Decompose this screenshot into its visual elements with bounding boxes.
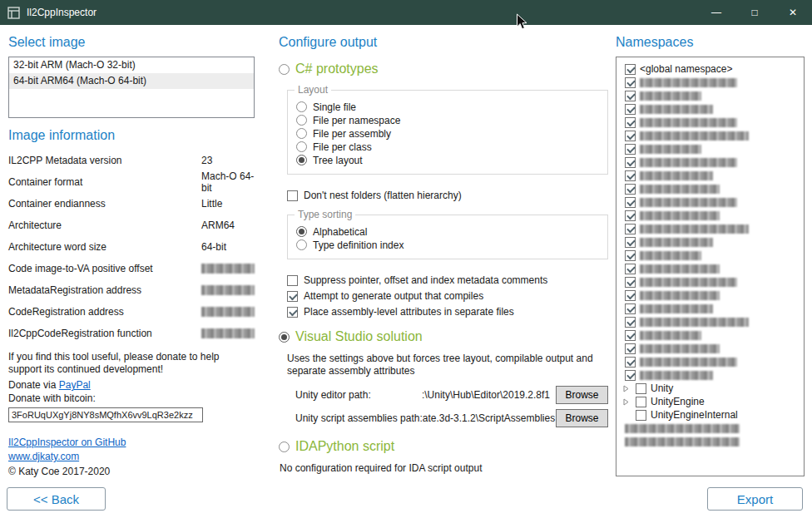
namespace-row[interactable] xyxy=(621,249,800,262)
checkbox[interactable] xyxy=(625,370,636,381)
layout-option-row[interactable]: Tree layout xyxy=(296,154,599,166)
checkbox[interactable] xyxy=(625,264,636,274)
checkbox[interactable] xyxy=(625,303,636,314)
namespace-row[interactable]: Unity xyxy=(621,382,800,395)
namespace-row[interactable] xyxy=(621,435,800,448)
image-listbox[interactable]: 32-bit ARM (Mach-O 32-bit) 64-bit ARM64 … xyxy=(8,57,255,118)
paypal-link[interactable]: PayPal xyxy=(59,379,91,391)
back-button[interactable]: << Back xyxy=(7,487,106,511)
checkbox[interactable] xyxy=(625,131,636,141)
checkbox[interactable] xyxy=(625,277,636,288)
checkbox[interactable] xyxy=(625,330,636,341)
export-button[interactable]: Export xyxy=(707,487,803,511)
namespace-row[interactable] xyxy=(621,116,800,129)
namespace-row[interactable]: UnityEngine xyxy=(621,395,800,408)
ida-radio-row[interactable]: IDAPython script xyxy=(279,439,608,454)
unity-editor-path-value[interactable]: :\Unity\Hub\Editor\2019.2.8f1 xyxy=(371,389,556,401)
radio-button[interactable] xyxy=(296,101,307,112)
namespace-row[interactable] xyxy=(621,235,800,249)
vs-solution-radio-row[interactable]: Visual Studio solution xyxy=(279,329,608,344)
browse-editor-path-button[interactable]: Browse xyxy=(556,386,608,404)
radio-button[interactable] xyxy=(296,239,307,250)
namespace-row[interactable] xyxy=(621,76,800,89)
website-link[interactable]: www.djkaty.com xyxy=(8,451,255,462)
namespace-row[interactable] xyxy=(621,262,800,275)
namespace-row[interactable] xyxy=(621,89,800,102)
unity-script-path-value[interactable]: ate.3d-3.1.2\ScriptAssemblies xyxy=(423,412,556,424)
layout-option-row[interactable]: File per namespace xyxy=(296,114,599,126)
namespace-row[interactable] xyxy=(621,129,800,142)
close-button[interactable]: ✕ xyxy=(774,0,812,25)
namespace-row[interactable] xyxy=(621,209,800,222)
namespace-row[interactable] xyxy=(621,302,800,315)
checkbox[interactable] xyxy=(625,343,636,354)
checkbox[interactable] xyxy=(625,224,636,234)
checkbox[interactable] xyxy=(625,77,636,88)
layout-option-row[interactable]: File per class xyxy=(296,141,599,153)
option-checkbox-row[interactable]: Attempt to generate output that compiles xyxy=(287,290,608,302)
checkbox[interactable] xyxy=(287,190,298,201)
checkbox[interactable] xyxy=(625,144,636,155)
checkbox[interactable] xyxy=(287,291,298,302)
namespace-row[interactable]: UnityEngineInternal xyxy=(621,408,800,422)
namespace-row[interactable] xyxy=(621,355,800,368)
expander-icon[interactable] xyxy=(621,385,631,392)
layout-option-row[interactable]: Single file xyxy=(296,101,599,113)
flatten-checkbox-row[interactable]: Don't nest folders (flatten hierarchy) xyxy=(287,190,608,201)
namespace-row[interactable] xyxy=(621,342,800,355)
bitcoin-address-input[interactable] xyxy=(8,407,203,422)
listbox-item[interactable]: 32-bit ARM (Mach-O 32-bit) xyxy=(9,57,254,73)
titlebar[interactable]: Il2CppInspector — □ ✕ xyxy=(0,0,812,25)
checkbox[interactable] xyxy=(287,275,298,286)
namespace-row[interactable] xyxy=(621,155,800,169)
expander-icon[interactable] xyxy=(621,398,631,406)
checkbox[interactable] xyxy=(636,397,646,407)
checkbox[interactable] xyxy=(625,197,636,208)
namespace-row[interactable] xyxy=(621,195,800,209)
checkbox[interactable] xyxy=(625,357,636,368)
namespace-row[interactable] xyxy=(621,368,800,382)
listbox-item[interactable]: 64-bit ARM64 (Mach-O 64-bit) xyxy=(9,73,254,89)
namespace-row[interactable] xyxy=(621,169,800,182)
checkbox[interactable] xyxy=(625,170,636,181)
radio-button[interactable] xyxy=(296,128,307,139)
namespaces-panel[interactable]: <global namespace> xyxy=(616,57,805,476)
namespace-row[interactable] xyxy=(621,289,800,302)
namespace-row[interactable] xyxy=(621,182,800,195)
namespace-row[interactable]: <global namespace> xyxy=(621,62,800,76)
checkbox[interactable] xyxy=(625,210,636,221)
checkbox[interactable] xyxy=(636,410,646,421)
option-checkbox-row[interactable]: Place assembly-level attributes in separ… xyxy=(287,306,608,318)
maximize-button[interactable]: □ xyxy=(735,0,774,25)
checkbox[interactable] xyxy=(625,64,636,75)
layout-option-row[interactable]: File per assembly xyxy=(296,127,599,140)
checkbox[interactable] xyxy=(625,91,636,101)
option-checkbox-row[interactable]: Suppress pointer, offset and index metad… xyxy=(287,274,608,286)
minimize-button[interactable]: — xyxy=(697,0,735,25)
checkbox[interactable] xyxy=(625,157,636,168)
namespace-row[interactable] xyxy=(621,222,800,235)
checkbox[interactable] xyxy=(625,250,636,261)
namespace-row[interactable] xyxy=(621,328,800,342)
namespace-row[interactable] xyxy=(621,275,800,289)
radio-button[interactable] xyxy=(279,442,290,452)
github-link[interactable]: Il2CppInspector on GitHub xyxy=(8,437,255,448)
checkbox[interactable] xyxy=(625,317,636,328)
checkbox[interactable] xyxy=(287,307,298,318)
checkbox[interactable] xyxy=(625,237,636,248)
radio-button[interactable] xyxy=(279,64,290,75)
radio-button[interactable] xyxy=(296,226,307,237)
csharp-prototypes-radio-row[interactable]: C# prototypes xyxy=(279,62,608,76)
type-sorting-option-row[interactable]: Type definition index xyxy=(296,239,599,251)
radio-button[interactable] xyxy=(296,141,307,152)
checkbox[interactable] xyxy=(636,383,646,394)
radio-button[interactable] xyxy=(296,155,307,165)
type-sorting-option-row[interactable]: Alphabetical xyxy=(296,225,599,238)
checkbox[interactable] xyxy=(625,117,636,128)
checkbox[interactable] xyxy=(625,104,636,115)
checkbox[interactable] xyxy=(625,290,636,301)
radio-button[interactable] xyxy=(296,115,307,126)
namespace-row[interactable] xyxy=(621,102,800,116)
checkbox[interactable] xyxy=(625,184,636,195)
namespace-row[interactable] xyxy=(621,142,800,155)
